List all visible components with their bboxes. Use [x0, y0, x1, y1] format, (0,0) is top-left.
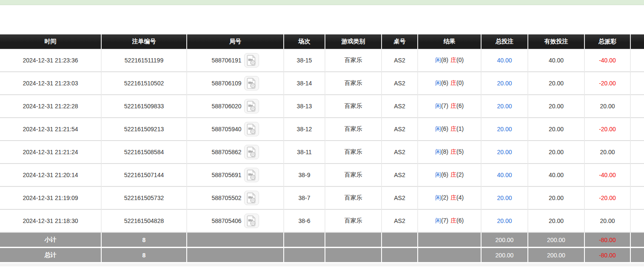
cell-session: 38-6 — [284, 210, 325, 233]
summary-total-payout: -80.00 — [585, 248, 631, 263]
video-replay-button[interactable] — [244, 214, 259, 228]
cell-round: 588705940 — [187, 118, 284, 141]
video-file-icon — [247, 147, 256, 158]
total-bet-link[interactable]: 40.00 — [497, 57, 512, 64]
total-bet-link[interactable]: 20.00 — [497, 195, 512, 201]
summary-count: 8 — [102, 233, 187, 248]
cell-time: 2024-12-31 21:22:28 — [0, 95, 102, 118]
summary-row: 小计 8 200.00 200.00 -80.00 — [0, 233, 644, 248]
video-replay-button[interactable] — [244, 122, 259, 136]
video-file-icon — [247, 215, 256, 226]
summary-empty-round — [187, 248, 284, 263]
result-player-value: (6) — [441, 79, 448, 86]
video-replay-button[interactable] — [244, 76, 259, 90]
cell-table-no: AS2 — [382, 187, 418, 210]
result-player-label: 闲 — [435, 217, 441, 224]
cell-result: 闲(6)庄(0) — [418, 72, 482, 95]
cell-table-no: AS2 — [382, 141, 418, 164]
total-bet-link[interactable]: 20.00 — [497, 103, 512, 110]
cell-session: 38-13 — [284, 95, 325, 118]
cell-bet-id: 522161508584 — [102, 141, 187, 164]
round-number: 588705862 — [211, 149, 241, 155]
bet-table-body: 2024-12-31 21:23:36 522161511199 5887061… — [0, 49, 644, 233]
video-file-icon — [247, 101, 256, 112]
cell-table-no: AS2 — [382, 95, 418, 118]
cell-game-type: 百家乐 — [325, 118, 382, 141]
cell-extra — [631, 141, 644, 164]
video-replay-button[interactable] — [244, 145, 259, 159]
table-row: 2024-12-31 21:21:54 522161509213 5887059… — [0, 118, 644, 141]
cell-extra — [631, 49, 644, 72]
header-time: 时间 — [0, 34, 102, 49]
video-replay-button[interactable] — [244, 53, 259, 68]
summary-empty-session — [284, 233, 325, 248]
result-banker-value: (0) — [456, 79, 464, 86]
cell-bet-id: 522161510502 — [102, 72, 187, 95]
result-banker-label: 庄 — [450, 171, 456, 178]
cell-bet-id: 522161505732 — [102, 187, 187, 210]
cell-extra — [631, 95, 644, 118]
header-extra — [631, 34, 644, 49]
cell-time: 2024-12-31 21:21:54 — [0, 118, 102, 141]
cell-time: 2024-12-31 21:21:24 — [0, 141, 102, 164]
cell-total-payout: -20.00 — [585, 72, 631, 95]
header-table-no: 桌号 — [382, 34, 418, 49]
result-banker-label: 庄 — [450, 102, 456, 109]
cell-result: 闲(6)庄(2) — [418, 164, 482, 187]
video-replay-button[interactable] — [244, 191, 259, 205]
result-player-label: 闲 — [435, 194, 441, 201]
result-player-label: 闲 — [435, 56, 441, 63]
result-player-value: (2) — [441, 194, 448, 201]
video-replay-button[interactable] — [244, 168, 259, 182]
cell-valid-bet: 20.00 — [528, 118, 585, 141]
cell-extra — [631, 72, 644, 95]
cell-round: 588706109 — [187, 72, 284, 95]
cell-total-payout: 20.00 — [585, 210, 631, 233]
cell-total-payout: -40.00 — [585, 49, 631, 72]
cell-result: 闲(2)庄(4) — [418, 187, 482, 210]
summary-empty-result — [418, 233, 482, 248]
summary-empty-table — [382, 233, 418, 248]
round-number: 588706109 — [211, 80, 241, 87]
cell-session: 38-12 — [284, 118, 325, 141]
result-player-value: (8) — [441, 148, 448, 155]
cell-valid-bet: 20.00 — [528, 187, 585, 210]
result-banker-value: (6) — [456, 217, 464, 224]
cell-time: 2024-12-31 21:23:36 — [0, 49, 102, 72]
video-file-icon — [247, 192, 256, 203]
header-session: 场次 — [284, 34, 325, 49]
summary-label: 小计 — [0, 233, 102, 248]
total-bet-link[interactable]: 40.00 — [497, 172, 512, 178]
cell-total-bet: 20.00 — [482, 210, 528, 233]
cell-extra — [631, 118, 644, 141]
cell-session: 38-7 — [284, 187, 325, 210]
round-number: 588705940 — [211, 126, 241, 133]
total-bet-link[interactable]: 20.00 — [497, 217, 512, 224]
total-bet-link[interactable]: 20.00 — [497, 149, 512, 155]
cell-game-type: 百家乐 — [325, 49, 382, 72]
summary-empty-extra — [631, 248, 644, 263]
video-replay-button[interactable] — [244, 99, 259, 113]
cell-result: 闲(7)庄(6) — [418, 210, 482, 233]
table-row: 2024-12-31 21:23:36 522161511199 5887061… — [0, 49, 644, 72]
total-bet-link[interactable]: 20.00 — [497, 80, 512, 87]
cell-total-bet: 20.00 — [482, 118, 528, 141]
summary-empty-extra — [631, 233, 644, 248]
bet-history-table: 时间 注单编号 局号 场次 游戏类别 桌号 结果 总投注 有效投注 总派彩 20… — [0, 34, 644, 263]
summary-total-bet: 200.00 — [482, 233, 528, 248]
summary-count: 8 — [102, 248, 187, 263]
cell-total-payout: -20.00 — [585, 187, 631, 210]
result-player-value: (8) — [441, 56, 448, 63]
cell-bet-id: 522161504828 — [102, 210, 187, 233]
cell-result: 闲(6)庄(1) — [418, 118, 482, 141]
cell-game-type: 百家乐 — [325, 164, 382, 187]
cell-bet-id: 522161509833 — [102, 95, 187, 118]
result-banker-label: 庄 — [450, 148, 456, 155]
total-bet-link[interactable]: 20.00 — [497, 126, 512, 133]
summary-empty-table — [382, 248, 418, 263]
result-banker-label: 庄 — [450, 194, 456, 201]
cell-total-bet: 20.00 — [482, 95, 528, 118]
cell-session: 38-9 — [284, 164, 325, 187]
cell-table-no: AS2 — [382, 164, 418, 187]
cell-game-type: 百家乐 — [325, 72, 382, 95]
